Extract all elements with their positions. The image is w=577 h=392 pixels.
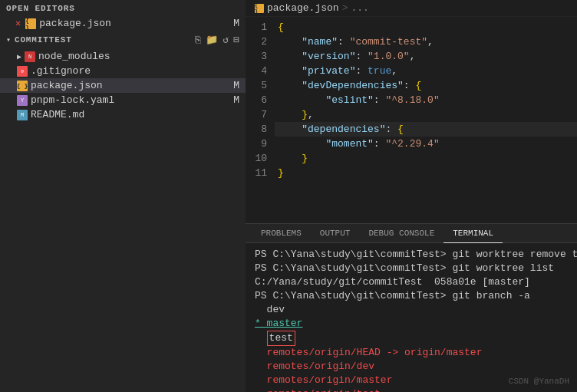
- code-line-9: "moment": "^2.29.4": [275, 137, 577, 151]
- terminal-line-3: C:/Yana/study/git/commitTest 058a01e [ma…: [255, 275, 577, 289]
- modified-indicator: M: [233, 18, 239, 29]
- tree-item-label: pnpm-lock.yaml: [31, 94, 114, 106]
- chevron-down-icon: ▾: [6, 35, 12, 44]
- modified-badge: M: [233, 94, 239, 106]
- code-line-8: "dependencies": {: [275, 122, 577, 137]
- terminal-line-2: PS C:\Yana\study\git\commitTest> git wor…: [255, 262, 577, 275]
- watermark: CSDN @YanaDH: [509, 377, 569, 386]
- terminal-line-5: dev: [255, 303, 577, 317]
- section-title-open-editors: OPEN EDITORS: [6, 4, 75, 13]
- tree-item-node-modules[interactable]: ▶ N node_modules: [0, 49, 246, 64]
- tree-item-pnpm-lock[interactable]: Y pnpm-lock.yaml M: [0, 93, 246, 107]
- open-editors-section: OPEN EDITORS: [0, 0, 246, 16]
- tab-debug-console[interactable]: DEBUG CONSOLE: [359, 224, 443, 243]
- terminal-panel: PROBLEMS OUTPUT DEBUG CONSOLE TERMINAL P…: [246, 223, 577, 392]
- terminal-line-9: remotes/origin/dev: [255, 360, 577, 374]
- breadcrumb-separator: >: [342, 2, 348, 14]
- close-icon[interactable]: ✕: [15, 18, 21, 29]
- code-editor[interactable]: 1 2 3 4 5 6 7 8 9 10 11 { "name": "commi…: [246, 17, 577, 223]
- breadcrumb: { } package.json > ...: [246, 0, 577, 17]
- gitignore-icon: ⊘: [17, 66, 28, 77]
- modified-badge: M: [233, 80, 239, 91]
- tab-problems[interactable]: PROBLEMS: [252, 224, 311, 243]
- yaml-icon: Y: [17, 95, 28, 106]
- terminal-line-6: * master: [255, 317, 577, 331]
- collapse-all-icon[interactable]: ⊟: [233, 34, 239, 46]
- md-icon: M: [17, 110, 28, 120]
- main-content: { } package.json > ... 1 2 3 4 5 6 7 8 9…: [246, 0, 577, 392]
- tab-terminal[interactable]: TERMINAL: [443, 224, 503, 243]
- sidebar: OPEN EDITORS ✕ { } package.json M ▾ COMM…: [0, 0, 246, 392]
- code-line-11: }: [275, 166, 577, 180]
- breadcrumb-file-icon: { }: [255, 4, 264, 13]
- code-line-5: "devDependencies": {: [275, 78, 577, 93]
- open-editor-item-package-json[interactable]: ✕ { } package.json M: [0, 16, 246, 31]
- explorer-section-title: COMMITTEST: [15, 35, 72, 44]
- open-editors-header: OPEN EDITORS: [6, 4, 75, 13]
- terminal-line-1: PS C:\Yana\study\git\commitTest> git wor…: [255, 248, 577, 262]
- panel-tabs: PROBLEMS OUTPUT DEBUG CONSOLE TERMINAL: [246, 224, 577, 243]
- code-line-6: "eslint": "^8.18.0": [275, 93, 577, 107]
- explorer-section-header: ▾ COMMITTEST ⎘ 📁 ↺ ⊟: [0, 31, 246, 49]
- test-branch-box: test: [267, 331, 295, 346]
- tree-item-label: package.json: [31, 80, 103, 91]
- chevron-right-icon: ▶: [17, 52, 21, 61]
- tree-item-label: .gitignore: [31, 65, 91, 77]
- code-line-1: {: [275, 20, 577, 35]
- code-line-2: "name": "commit-test",: [275, 35, 577, 49]
- terminal-line-4: PS C:\Yana\study\git\commitTest> git bra…: [255, 289, 577, 303]
- new-file-icon[interactable]: ⎘: [195, 35, 201, 46]
- tab-output[interactable]: OUTPUT: [311, 224, 360, 243]
- code-line-4: "private": true,: [275, 64, 577, 78]
- editor-area: { } package.json > ... 1 2 3 4 5 6 7 8 9…: [246, 0, 577, 223]
- json-file-icon: { }: [17, 81, 28, 91]
- code-line-10: }: [275, 151, 577, 166]
- breadcrumb-context: ...: [351, 2, 368, 14]
- code-line-7: },: [275, 107, 577, 122]
- refresh-icon[interactable]: ↺: [223, 34, 229, 46]
- code-content: { "name": "commit-test", "version": "1.0…: [275, 20, 577, 220]
- open-editor-filename: package.json: [39, 18, 111, 29]
- tree-item-package-json[interactable]: { } package.json M: [0, 78, 246, 93]
- new-folder-icon[interactable]: 📁: [206, 34, 218, 46]
- tree-item-label: node_modules: [38, 51, 110, 62]
- terminal-line-11: remotes/origin/test: [255, 387, 577, 392]
- terminal-content[interactable]: PS C:\Yana\study\git\commitTest> git wor…: [246, 243, 577, 392]
- code-line-3: "version": "1.0.0",: [275, 49, 577, 64]
- terminal-line-8: remotes/origin/HEAD -> origin/master: [255, 346, 577, 360]
- explorer-toolbar: ⎘ 📁 ↺ ⊟: [195, 34, 239, 46]
- json-icon: { }: [25, 18, 36, 29]
- terminal-line-7: test: [255, 331, 577, 346]
- tree-item-label: README.md: [31, 109, 84, 120]
- tree-item-readme[interactable]: M README.md: [0, 107, 246, 122]
- tree-item-gitignore[interactable]: ⊘ .gitignore: [0, 64, 246, 78]
- explorer-title: ▾ COMMITTEST: [6, 35, 72, 44]
- line-numbers: 1 2 3 4 5 6 7 8 9 10 11: [246, 20, 275, 220]
- breadcrumb-filename: package.json: [267, 2, 339, 14]
- npm-folder-icon: N: [25, 51, 35, 62]
